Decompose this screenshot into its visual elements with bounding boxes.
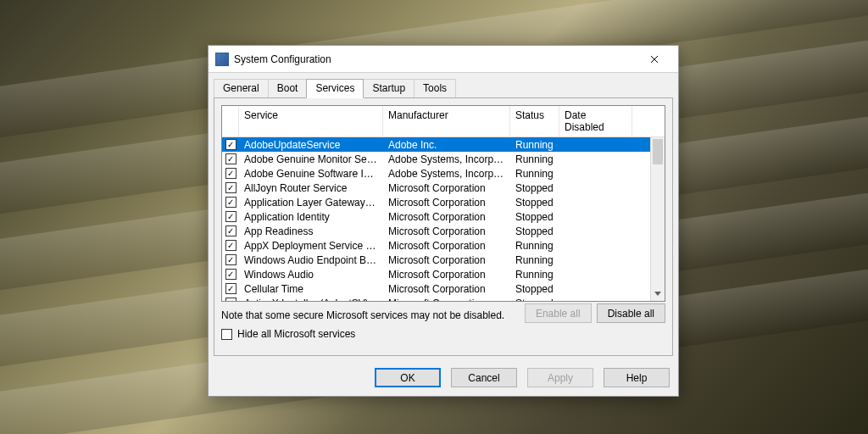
enable-all-button[interactable]: Enable all [525, 303, 592, 323]
table-row[interactable]: Windows Audio Endpoint BuilderMicrosoft … [222, 253, 650, 267]
checkbox-icon[interactable] [225, 240, 236, 251]
cell-manufacturer: Adobe Systems, Incorpora... [383, 153, 510, 165]
row-checkbox[interactable] [222, 283, 239, 294]
checkbox-icon[interactable] [225, 225, 236, 236]
checkbox-icon[interactable] [225, 211, 236, 222]
cell-status: Running [510, 240, 559, 252]
cell-status: Stopped [510, 197, 559, 209]
hide-microsoft-label: Hide all Microsoft services [237, 328, 355, 340]
column-scroll-spacer [632, 106, 647, 136]
row-checkbox[interactable] [222, 211, 239, 222]
row-checkbox[interactable] [222, 298, 239, 301]
cell-manufacturer: Microsoft Corporation [383, 283, 510, 295]
table-row[interactable]: Windows AudioMicrosoft CorporationRunnin… [222, 267, 650, 281]
cell-status: Running [510, 168, 559, 180]
table-row[interactable]: Adobe Genuine Monitor ServiceAdobe Syste… [222, 152, 650, 166]
cell-service: App Readiness [239, 225, 383, 237]
table-row[interactable]: Adobe Genuine Software Integri...Adobe S… [222, 166, 650, 181]
row-checkbox[interactable] [222, 240, 239, 251]
app-icon [215, 53, 229, 66]
services-listview[interactable]: Service Manufacturer Status Date Disable… [221, 105, 665, 302]
cell-status: Running [510, 139, 559, 151]
cell-service: Application Identity [239, 211, 383, 223]
cell-status: Running [510, 269, 559, 281]
row-checkbox[interactable] [222, 153, 239, 164]
row-checkbox[interactable] [222, 168, 239, 179]
listview-header[interactable]: Service Manufacturer Status Date Disable… [222, 106, 665, 137]
window-title: System Configuration [234, 53, 636, 65]
table-row[interactable]: ActiveX Installer (AxInstSV)Microsoft Co… [222, 296, 650, 301]
cell-status: Stopped [510, 283, 559, 295]
scrollbar-thumb[interactable] [653, 139, 663, 164]
tab-general[interactable]: General [214, 79, 269, 98]
cancel-button[interactable]: Cancel [451, 368, 517, 387]
column-date-disabled[interactable]: Date Disabled [559, 106, 632, 136]
column-service[interactable]: Service [239, 106, 383, 136]
checkbox-icon[interactable] [225, 269, 236, 280]
tab-strip: General Boot Services Startup Tools [209, 73, 678, 97]
help-button[interactable]: Help [604, 368, 670, 387]
table-row[interactable]: App ReadinessMicrosoft CorporationStoppe… [222, 224, 650, 238]
cell-status: Running [510, 153, 559, 165]
hide-microsoft-checkbox[interactable]: Hide all Microsoft services [221, 328, 665, 340]
titlebar[interactable]: System Configuration [209, 46, 678, 73]
checkbox-icon[interactable] [225, 298, 236, 301]
tab-services[interactable]: Services [306, 79, 364, 98]
scroll-down-icon[interactable] [651, 287, 665, 301]
cell-service: AllJoyn Router Service [239, 182, 383, 194]
cell-manufacturer: Microsoft Corporation [383, 269, 510, 281]
row-checkbox[interactable] [222, 254, 239, 265]
column-manufacturer[interactable]: Manufacturer [383, 106, 510, 136]
tab-tools[interactable]: Tools [414, 79, 456, 98]
row-checkbox[interactable] [222, 197, 239, 208]
ok-button[interactable]: OK [375, 368, 441, 387]
table-row[interactable]: AdobeUpdateServiceAdobe Inc.Running [222, 137, 650, 152]
cell-manufacturer: Microsoft Corporation [383, 211, 510, 223]
checkbox-icon[interactable] [225, 182, 236, 193]
checkbox-icon[interactable] [225, 254, 236, 265]
cell-service: ActiveX Installer (AxInstSV) [239, 298, 383, 302]
row-checkbox[interactable] [222, 269, 239, 280]
checkbox-icon[interactable] [225, 139, 236, 150]
checkbox-icon[interactable] [225, 197, 236, 208]
column-checkbox[interactable] [222, 106, 239, 136]
cell-manufacturer: Microsoft Corporation [383, 197, 510, 209]
cell-status: Stopped [510, 298, 559, 302]
column-status[interactable]: Status [510, 106, 559, 136]
listview-body: AdobeUpdateServiceAdobe Inc.RunningAdobe… [222, 137, 665, 301]
cell-service: Cellular Time [239, 283, 383, 295]
tab-boot[interactable]: Boot [268, 79, 308, 98]
row-checkbox[interactable] [222, 139, 239, 150]
table-row[interactable]: AppX Deployment Service (App...Microsoft… [222, 238, 650, 253]
vertical-scrollbar[interactable] [650, 137, 665, 301]
cell-status: Running [510, 254, 559, 266]
cell-manufacturer: Adobe Systems, Incorpora... [383, 168, 510, 180]
cell-manufacturer: Microsoft Corporation [383, 240, 510, 252]
system-configuration-dialog: System Configuration General Boot Servic… [208, 45, 679, 397]
cell-status: Stopped [510, 225, 559, 237]
cell-service: Adobe Genuine Monitor Service [239, 153, 383, 165]
cell-service: Windows Audio Endpoint Builder [239, 254, 383, 266]
cell-status: Stopped [510, 211, 559, 223]
apply-button[interactable]: Apply [527, 368, 593, 387]
disable-all-button[interactable]: Disable all [597, 303, 665, 323]
table-row[interactable]: AllJoyn Router ServiceMicrosoft Corporat… [222, 181, 650, 195]
row-checkbox[interactable] [222, 225, 239, 236]
table-row[interactable]: Cellular TimeMicrosoft CorporationStoppe… [222, 281, 650, 296]
checkbox-icon[interactable] [225, 168, 236, 179]
row-checkbox[interactable] [222, 182, 239, 193]
tab-startup[interactable]: Startup [363, 79, 415, 98]
cell-manufacturer: Adobe Inc. [383, 139, 510, 151]
cell-manufacturer: Microsoft Corporation [383, 182, 510, 194]
checkbox-icon[interactable] [225, 153, 236, 164]
cell-service: AdobeUpdateService [239, 139, 383, 151]
table-row[interactable]: Application IdentityMicrosoft Corporatio… [222, 209, 650, 224]
cell-manufacturer: Microsoft Corporation [383, 298, 510, 302]
close-icon[interactable] [636, 47, 673, 71]
cell-service: AppX Deployment Service (App... [239, 240, 383, 252]
checkbox-icon[interactable] [221, 329, 232, 340]
dialog-button-bar: OK Cancel Apply Help [209, 361, 678, 396]
checkbox-icon[interactable] [225, 283, 236, 294]
table-row[interactable]: Application Layer Gateway ServiceMicroso… [222, 195, 650, 209]
services-panel: Service Manufacturer Status Date Disable… [214, 97, 673, 356]
